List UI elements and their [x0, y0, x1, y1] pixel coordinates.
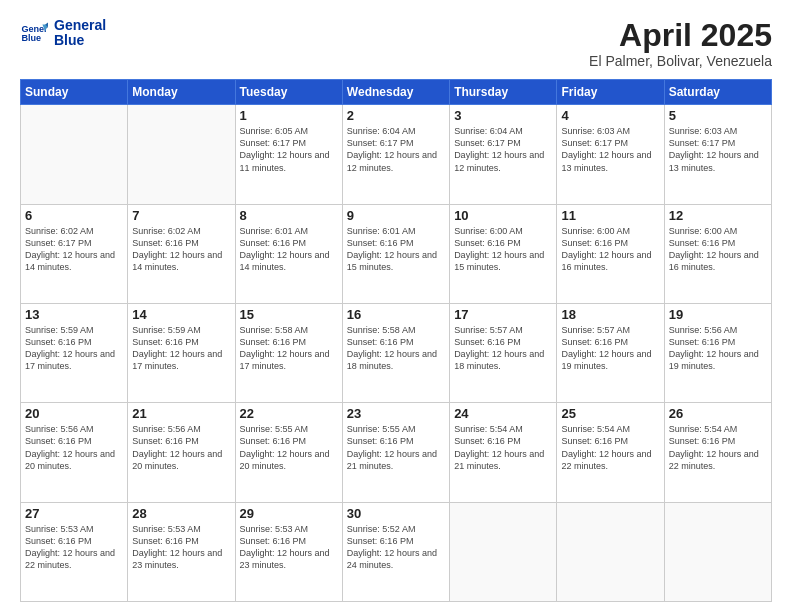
day-number: 1: [240, 108, 338, 123]
calendar-cell: 1Sunrise: 6:05 AMSunset: 6:17 PMDaylight…: [235, 105, 342, 204]
calendar-cell: 4Sunrise: 6:03 AMSunset: 6:17 PMDaylight…: [557, 105, 664, 204]
header: General Blue General Blue April 2025 El …: [20, 18, 772, 69]
calendar-cell: 9Sunrise: 6:01 AMSunset: 6:16 PMDaylight…: [342, 204, 449, 303]
calendar-cell: 25Sunrise: 5:54 AMSunset: 6:16 PMDayligh…: [557, 403, 664, 502]
calendar-cell: 3Sunrise: 6:04 AMSunset: 6:17 PMDaylight…: [450, 105, 557, 204]
calendar-cell: 2Sunrise: 6:04 AMSunset: 6:17 PMDaylight…: [342, 105, 449, 204]
day-info: Sunrise: 6:03 AMSunset: 6:17 PMDaylight:…: [669, 125, 767, 174]
calendar-day-header: Tuesday: [235, 80, 342, 105]
calendar-cell: [450, 502, 557, 601]
day-info: Sunrise: 5:54 AMSunset: 6:16 PMDaylight:…: [561, 423, 659, 472]
day-info: Sunrise: 5:59 AMSunset: 6:16 PMDaylight:…: [132, 324, 230, 373]
day-info: Sunrise: 5:54 AMSunset: 6:16 PMDaylight:…: [669, 423, 767, 472]
calendar-cell: 17Sunrise: 5:57 AMSunset: 6:16 PMDayligh…: [450, 303, 557, 402]
day-number: 17: [454, 307, 552, 322]
calendar-cell: 8Sunrise: 6:01 AMSunset: 6:16 PMDaylight…: [235, 204, 342, 303]
day-info: Sunrise: 5:56 AMSunset: 6:16 PMDaylight:…: [25, 423, 123, 472]
logo-blue: Blue: [54, 33, 106, 48]
day-info: Sunrise: 6:02 AMSunset: 6:16 PMDaylight:…: [132, 225, 230, 274]
title-section: April 2025 El Palmer, Bolivar, Venezuela: [589, 18, 772, 69]
calendar-week-row: 20Sunrise: 5:56 AMSunset: 6:16 PMDayligh…: [21, 403, 772, 502]
day-number: 28: [132, 506, 230, 521]
day-info: Sunrise: 6:00 AMSunset: 6:16 PMDaylight:…: [669, 225, 767, 274]
calendar-week-row: 1Sunrise: 6:05 AMSunset: 6:17 PMDaylight…: [21, 105, 772, 204]
day-number: 4: [561, 108, 659, 123]
day-info: Sunrise: 6:01 AMSunset: 6:16 PMDaylight:…: [240, 225, 338, 274]
calendar-week-row: 13Sunrise: 5:59 AMSunset: 6:16 PMDayligh…: [21, 303, 772, 402]
calendar-day-header: Thursday: [450, 80, 557, 105]
calendar-cell: 29Sunrise: 5:53 AMSunset: 6:16 PMDayligh…: [235, 502, 342, 601]
location: El Palmer, Bolivar, Venezuela: [589, 53, 772, 69]
day-number: 19: [669, 307, 767, 322]
calendar-cell: 28Sunrise: 5:53 AMSunset: 6:16 PMDayligh…: [128, 502, 235, 601]
page: General Blue General Blue April 2025 El …: [0, 0, 792, 612]
calendar-cell: 16Sunrise: 5:58 AMSunset: 6:16 PMDayligh…: [342, 303, 449, 402]
calendar-cell: 19Sunrise: 5:56 AMSunset: 6:16 PMDayligh…: [664, 303, 771, 402]
logo: General Blue General Blue: [20, 18, 106, 49]
day-number: 13: [25, 307, 123, 322]
calendar-cell: [21, 105, 128, 204]
day-number: 16: [347, 307, 445, 322]
day-info: Sunrise: 5:59 AMSunset: 6:16 PMDaylight:…: [25, 324, 123, 373]
day-number: 12: [669, 208, 767, 223]
day-info: Sunrise: 5:53 AMSunset: 6:16 PMDaylight:…: [240, 523, 338, 572]
day-info: Sunrise: 5:58 AMSunset: 6:16 PMDaylight:…: [240, 324, 338, 373]
calendar-cell: 10Sunrise: 6:00 AMSunset: 6:16 PMDayligh…: [450, 204, 557, 303]
day-info: Sunrise: 5:55 AMSunset: 6:16 PMDaylight:…: [347, 423, 445, 472]
calendar-day-header: Sunday: [21, 80, 128, 105]
calendar-cell: 5Sunrise: 6:03 AMSunset: 6:17 PMDaylight…: [664, 105, 771, 204]
calendar-cell: 27Sunrise: 5:53 AMSunset: 6:16 PMDayligh…: [21, 502, 128, 601]
calendar-cell: 13Sunrise: 5:59 AMSunset: 6:16 PMDayligh…: [21, 303, 128, 402]
calendar-cell: 30Sunrise: 5:52 AMSunset: 6:16 PMDayligh…: [342, 502, 449, 601]
day-number: 29: [240, 506, 338, 521]
day-number: 5: [669, 108, 767, 123]
day-info: Sunrise: 6:00 AMSunset: 6:16 PMDaylight:…: [561, 225, 659, 274]
calendar-table: SundayMondayTuesdayWednesdayThursdayFrid…: [20, 79, 772, 602]
calendar-cell: 14Sunrise: 5:59 AMSunset: 6:16 PMDayligh…: [128, 303, 235, 402]
day-number: 7: [132, 208, 230, 223]
day-info: Sunrise: 6:00 AMSunset: 6:16 PMDaylight:…: [454, 225, 552, 274]
day-info: Sunrise: 5:56 AMSunset: 6:16 PMDaylight:…: [132, 423, 230, 472]
calendar-cell: 12Sunrise: 6:00 AMSunset: 6:16 PMDayligh…: [664, 204, 771, 303]
day-number: 9: [347, 208, 445, 223]
day-number: 26: [669, 406, 767, 421]
calendar-cell: 11Sunrise: 6:00 AMSunset: 6:16 PMDayligh…: [557, 204, 664, 303]
day-number: 27: [25, 506, 123, 521]
calendar-week-row: 27Sunrise: 5:53 AMSunset: 6:16 PMDayligh…: [21, 502, 772, 601]
logo-general: General: [54, 18, 106, 33]
day-number: 18: [561, 307, 659, 322]
day-number: 15: [240, 307, 338, 322]
day-number: 20: [25, 406, 123, 421]
day-info: Sunrise: 5:53 AMSunset: 6:16 PMDaylight:…: [25, 523, 123, 572]
calendar-header-row: SundayMondayTuesdayWednesdayThursdayFrid…: [21, 80, 772, 105]
logo-icon: General Blue: [20, 19, 48, 47]
day-info: Sunrise: 6:02 AMSunset: 6:17 PMDaylight:…: [25, 225, 123, 274]
calendar-cell: [557, 502, 664, 601]
day-number: 2: [347, 108, 445, 123]
day-info: Sunrise: 5:53 AMSunset: 6:16 PMDaylight:…: [132, 523, 230, 572]
day-number: 23: [347, 406, 445, 421]
month-title: April 2025: [589, 18, 772, 53]
day-info: Sunrise: 5:57 AMSunset: 6:16 PMDaylight:…: [561, 324, 659, 373]
calendar-cell: 26Sunrise: 5:54 AMSunset: 6:16 PMDayligh…: [664, 403, 771, 502]
calendar-cell: 21Sunrise: 5:56 AMSunset: 6:16 PMDayligh…: [128, 403, 235, 502]
day-info: Sunrise: 5:56 AMSunset: 6:16 PMDaylight:…: [669, 324, 767, 373]
calendar-cell: [128, 105, 235, 204]
day-number: 14: [132, 307, 230, 322]
svg-text:Blue: Blue: [21, 34, 41, 44]
day-number: 3: [454, 108, 552, 123]
day-number: 30: [347, 506, 445, 521]
calendar-cell: 22Sunrise: 5:55 AMSunset: 6:16 PMDayligh…: [235, 403, 342, 502]
calendar-week-row: 6Sunrise: 6:02 AMSunset: 6:17 PMDaylight…: [21, 204, 772, 303]
day-info: Sunrise: 6:03 AMSunset: 6:17 PMDaylight:…: [561, 125, 659, 174]
day-number: 6: [25, 208, 123, 223]
calendar-cell: 23Sunrise: 5:55 AMSunset: 6:16 PMDayligh…: [342, 403, 449, 502]
day-info: Sunrise: 6:04 AMSunset: 6:17 PMDaylight:…: [347, 125, 445, 174]
calendar-cell: 20Sunrise: 5:56 AMSunset: 6:16 PMDayligh…: [21, 403, 128, 502]
calendar-day-header: Monday: [128, 80, 235, 105]
calendar-cell: 24Sunrise: 5:54 AMSunset: 6:16 PMDayligh…: [450, 403, 557, 502]
day-info: Sunrise: 5:54 AMSunset: 6:16 PMDaylight:…: [454, 423, 552, 472]
day-number: 10: [454, 208, 552, 223]
calendar-cell: 7Sunrise: 6:02 AMSunset: 6:16 PMDaylight…: [128, 204, 235, 303]
calendar-cell: 15Sunrise: 5:58 AMSunset: 6:16 PMDayligh…: [235, 303, 342, 402]
